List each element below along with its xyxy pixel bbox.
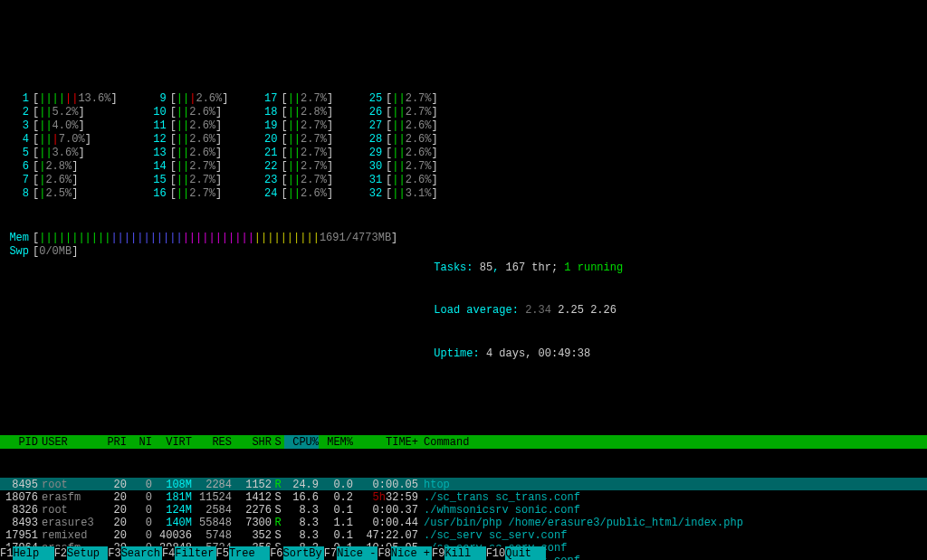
meter-22: 22 [|| 2.7%]: [255, 159, 333, 173]
fkey-F6[interactable]: F6: [270, 546, 282, 560]
function-key-bar[interactable]: F1Help F2Setup F3SearchF4FilterF5Tree F6…: [0, 546, 927, 560]
meter-17: 17 [|| 2.7%]: [255, 91, 333, 105]
meter-Swp: Swp [ 0/0MB]: [7, 245, 397, 259]
uptime-label: Uptime:: [434, 347, 479, 360]
fkey-F7-label[interactable]: Nice -: [337, 546, 377, 560]
meter-9: 9 [||| 2.6%]: [145, 91, 229, 105]
meter-Mem: Mem [|||||||||||||||||||||||||||||||||||…: [7, 232, 397, 245]
col-virt[interactable]: VIRT: [152, 435, 192, 449]
meter-7: 7 [| 2.6%]: [7, 173, 118, 186]
fkey-F4[interactable]: F4: [162, 546, 175, 560]
meter-13: 13 [|| 2.6%]: [145, 146, 229, 159]
col-ni[interactable]: NI: [127, 435, 152, 449]
fkey-F9-label[interactable]: Kill: [444, 546, 485, 560]
col-user[interactable]: USER: [38, 435, 100, 449]
meter-1: 1 [|||||| 13.6%]: [7, 91, 118, 105]
fkey-F6-label[interactable]: SortBy: [283, 546, 324, 560]
meter-23: 23 [|| 2.7%]: [255, 173, 333, 186]
fkey-F7[interactable]: F7: [324, 546, 337, 560]
meter-11: 11 [|| 2.6%]: [145, 119, 229, 132]
meter-28: 28 [|| 2.6%]: [360, 132, 438, 146]
meter-19: 19 [|| 2.7%]: [255, 119, 333, 132]
meter-18: 18 [|| 2.8%]: [255, 105, 333, 119]
col-pri[interactable]: PRI: [100, 435, 127, 449]
meter-21: 21 [|| 2.7%]: [255, 146, 333, 159]
col-pid[interactable]: PID: [0, 435, 38, 449]
meter-15: 15 [|| 2.7%]: [145, 173, 229, 186]
process-row[interactable]: 8493 erasure3 20 0 140M 55848 7300 R 8.3…: [0, 516, 927, 528]
system-info: Tasks: 85, 167 thr; 1 running Load avera…: [425, 232, 623, 390]
fkey-F5-label[interactable]: Tree: [229, 546, 270, 560]
fkey-F3-label[interactable]: Search: [121, 546, 162, 560]
col-cpu[interactable]: CPU%: [284, 435, 319, 449]
col-mem[interactable]: MEM%: [319, 435, 353, 449]
meters-section: 1 [|||||| 13.6%] 2 [|| 5.2%] 3 [|| 4.0%]…: [0, 59, 927, 405]
meter-16: 16 [|| 2.7%]: [145, 186, 229, 200]
tasks-label: Tasks:: [434, 261, 473, 274]
loadavg-label: Load average:: [434, 304, 519, 317]
meter-5: 5 [|| 3.6%]: [7, 146, 118, 159]
meter-6: 6 [| 2.8%]: [7, 159, 118, 173]
meter-30: 30 [|| 2.7%]: [360, 159, 438, 173]
fkey-F10-label[interactable]: Quit: [505, 546, 546, 560]
process-row[interactable]: 17951 remixed 20 0 40036 5748 352 S 8.3 …: [0, 528, 927, 541]
fkey-F9[interactable]: F9: [432, 546, 444, 560]
col-res[interactable]: RES: [192, 435, 232, 449]
process-row[interactable]: 18076 erasfm 20 0 181M 11524 1412 S 16.6…: [0, 490, 927, 503]
fkey-F1[interactable]: F1: [0, 546, 13, 560]
meter-25: 25 [|| 2.7%]: [360, 91, 438, 105]
fkey-F4-label[interactable]: Filter: [175, 546, 215, 560]
meter-31: 31 [|| 2.6%]: [360, 173, 438, 186]
meter-12: 12 [|| 2.6%]: [145, 132, 229, 146]
meter-10: 10 [|| 2.6%]: [145, 105, 229, 119]
col-time[interactable]: TIME+: [353, 435, 418, 449]
col-s[interactable]: S: [272, 435, 284, 449]
meter-2: 2 [|| 5.2%]: [7, 105, 118, 119]
process-row[interactable]: 8495 root 20 0 108M 2284 1152 R 24.9 0.0…: [0, 478, 927, 490]
fkey-F3[interactable]: F3: [108, 546, 120, 560]
meter-27: 27 [|| 2.6%]: [360, 119, 438, 132]
fkey-F5[interactable]: F5: [216, 546, 229, 560]
fkey-F1-label[interactable]: Help: [13, 546, 53, 560]
process-table-header[interactable]: PID USER PRI NI VIRT RES SHR S CPU% MEM%…: [0, 435, 927, 449]
meter-8: 8 [| 2.5%]: [7, 186, 118, 200]
meter-26: 26 [|| 2.7%]: [360, 105, 438, 119]
fkey-F8-label[interactable]: Nice +: [391, 546, 432, 560]
process-row[interactable]: 8326 root 20 0 124M 2584 2276 S 8.3 0.1 …: [0, 503, 927, 516]
fkey-F8[interactable]: F8: [377, 546, 390, 560]
fkey-F2[interactable]: F2: [54, 546, 67, 560]
meter-3: 3 [|| 4.0%]: [7, 119, 118, 132]
meter-32: 32 [|| 3.1%]: [360, 186, 438, 200]
meter-14: 14 [|| 2.7%]: [145, 159, 229, 173]
col-cmd[interactable]: Command: [418, 435, 927, 449]
meter-24: 24 [|| 2.6%]: [255, 186, 333, 200]
meter-29: 29 [|| 2.6%]: [360, 146, 438, 159]
fkey-F10[interactable]: F10: [486, 546, 506, 560]
meter-4: 4 [||| 7.0%]: [7, 132, 118, 146]
meter-20: 20 [|| 2.7%]: [255, 132, 333, 146]
fkey-F2-label[interactable]: Setup: [67, 546, 108, 560]
col-shr[interactable]: SHR: [232, 435, 272, 449]
